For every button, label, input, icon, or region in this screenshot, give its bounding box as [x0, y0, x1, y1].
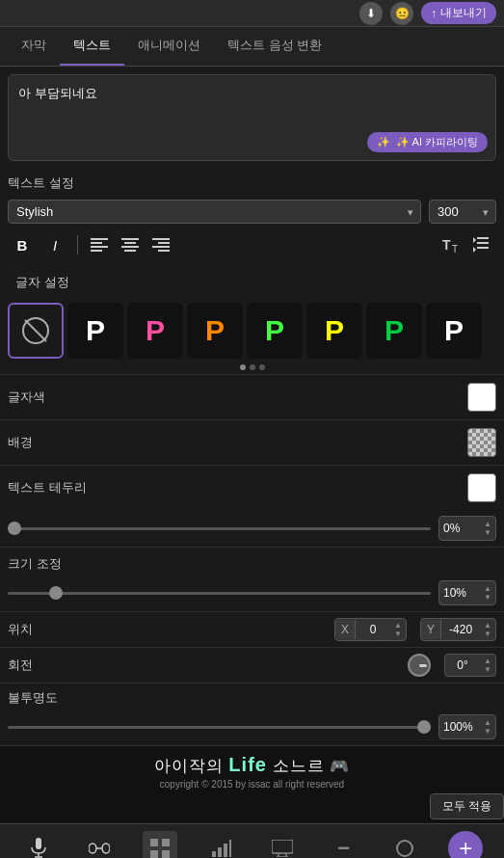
tab-tts[interactable]: 텍스트 음성 변환 [214, 27, 335, 66]
tab-subtitles[interactable]: 자막 [8, 27, 60, 66]
size-select[interactable]: 100 200 300 400 500 [429, 200, 496, 224]
svg-rect-9 [158, 242, 170, 244]
background-color-picker[interactable] [467, 428, 496, 457]
text-settings-row: Stylish Arial Gothic 100 200 300 400 500 [0, 196, 504, 228]
glyph-more-indicator [0, 364, 504, 374]
text-border-row: 텍스트 테두리 [0, 465, 504, 510]
glyph-item-yellow[interactable]: P [306, 303, 362, 359]
position-x-value: 0 [356, 620, 390, 639]
position-y-wrap: Y -420 ▲▼ [420, 618, 496, 641]
watermark-subtext: copyright © 2015 by issac all right rese… [160, 779, 344, 790]
glyph-item-pink[interactable]: P [127, 303, 183, 359]
opacity-slider-wrap [8, 717, 431, 737]
mic-button[interactable] [21, 831, 56, 859]
rotation-row: 회전 0° ▲▼ [0, 647, 504, 683]
tab-animation[interactable]: 애니메이션 [124, 27, 214, 66]
screen-icon [272, 840, 293, 857]
align-left-button[interactable] [86, 231, 113, 258]
format-row: B I T T [0, 228, 504, 262]
send-icon: ↑ [431, 7, 437, 20]
rotation-dial[interactable] [408, 654, 431, 677]
font-color-picker[interactable] [467, 383, 496, 412]
glyph-item-orange[interactable]: P [187, 303, 243, 359]
glyph-settings-section: 글자 설정 [0, 262, 504, 297]
tab-text[interactable]: 텍스트 [60, 27, 124, 66]
position-x-arrows[interactable]: ▲▼ [390, 619, 406, 640]
svg-point-38 [397, 841, 412, 856]
grid-icon [150, 839, 170, 858]
size-adjust-value-box[interactable]: 10% ▲▼ [438, 580, 496, 605]
rotation-value: 0° [445, 656, 480, 675]
glyph-item-darkgreen[interactable]: P [366, 303, 422, 359]
background-label: 배경 [8, 434, 75, 451]
background-row: 배경 [0, 419, 504, 465]
size-select-wrapper: 100 200 300 400 500 [429, 200, 496, 224]
none-icon [20, 315, 51, 346]
opacity-arrows: ▲▼ [484, 718, 491, 736]
format-divider [77, 235, 78, 255]
top-bar: ⬇ 😐 ↑ 내보내기 [0, 0, 504, 27]
align-center-icon [121, 238, 139, 252]
screen-button[interactable] [265, 831, 300, 859]
svg-rect-8 [152, 238, 170, 240]
text-border-arrows: ▲▼ [484, 520, 491, 537]
italic-button[interactable]: I [40, 231, 69, 258]
text-border-color-picker[interactable] [467, 473, 496, 502]
bars-button[interactable] [204, 831, 239, 859]
circle-button[interactable] [387, 831, 422, 859]
glyph-item-plain[interactable]: P [67, 303, 123, 359]
svg-rect-4 [121, 238, 139, 240]
position-y-value: -420 [441, 620, 480, 639]
svg-rect-24 [89, 844, 96, 853]
text-border-value-box[interactable]: 0% ▲▼ [438, 516, 496, 541]
rotation-value-wrap: 0° ▲▼ [444, 654, 496, 677]
svg-text:T: T [452, 244, 458, 253]
add-button[interactable]: + [448, 831, 483, 859]
profile-icon[interactable]: 😐 [390, 2, 413, 25]
download-icon[interactable]: ⬇ [359, 2, 383, 25]
align-center-button[interactable] [117, 231, 144, 258]
grid-button[interactable] [143, 831, 177, 859]
minus-button[interactable]: − [327, 831, 361, 859]
position-y-arrows[interactable]: ▲▼ [480, 619, 495, 640]
opacity-slider[interactable] [8, 726, 431, 729]
glyph-item-darkplain[interactable]: P [426, 303, 482, 359]
svg-rect-29 [162, 850, 170, 858]
opacity-value-box[interactable]: 100% ▲▼ [438, 714, 496, 739]
svg-rect-30 [212, 851, 216, 857]
line-spacing-button[interactable] [469, 231, 496, 258]
svg-rect-0 [91, 238, 108, 240]
glyph-item-green[interactable]: P [247, 303, 303, 359]
svg-rect-5 [124, 242, 136, 244]
svg-marker-18 [473, 247, 476, 253]
font-select[interactable]: Stylish Arial Gothic [8, 200, 421, 224]
tabs-bar: 자막 텍스트 애니메이션 텍스트 음성 변환 [0, 27, 504, 67]
text-border-slider-wrap [8, 519, 431, 538]
svg-rect-34 [272, 840, 293, 853]
svg-rect-25 [102, 844, 110, 853]
ai-copywriting-button[interactable]: ✨ ✨ AI 카피라이팅 [367, 132, 488, 152]
position-row: 위치 X 0 ▲▼ Y -420 ▲▼ [0, 611, 504, 647]
bold-button[interactable]: B [8, 231, 37, 258]
align-right-icon [152, 238, 170, 252]
apply-all-button[interactable]: 모두 적용 [430, 793, 504, 819]
position-label: 위치 [8, 621, 46, 638]
align-right-button[interactable] [147, 231, 174, 258]
svg-rect-1 [91, 242, 102, 244]
link-button[interactable] [82, 831, 117, 859]
svg-rect-14 [477, 237, 489, 239]
text-size-icon-button[interactable]: T T [438, 231, 465, 258]
size-adjust-slider[interactable] [8, 592, 431, 595]
rotation-arrows[interactable]: ▲▼ [480, 655, 495, 676]
glyph-settings-title: 글자 설정 [8, 268, 496, 295]
more-dot-3 [259, 364, 265, 370]
svg-rect-6 [121, 246, 139, 248]
send-button[interactable]: ↑ 내보내기 [421, 2, 496, 24]
glyph-item-none[interactable] [8, 303, 64, 359]
position-x-prefix: X [335, 620, 356, 639]
text-border-label: 텍스트 테두리 [8, 479, 87, 496]
glyph-grid: P P P P P P P [0, 297, 504, 364]
text-border-slider[interactable] [8, 527, 431, 530]
size-adjust-row: 크기 조정 [0, 547, 504, 575]
svg-rect-11 [158, 250, 170, 252]
